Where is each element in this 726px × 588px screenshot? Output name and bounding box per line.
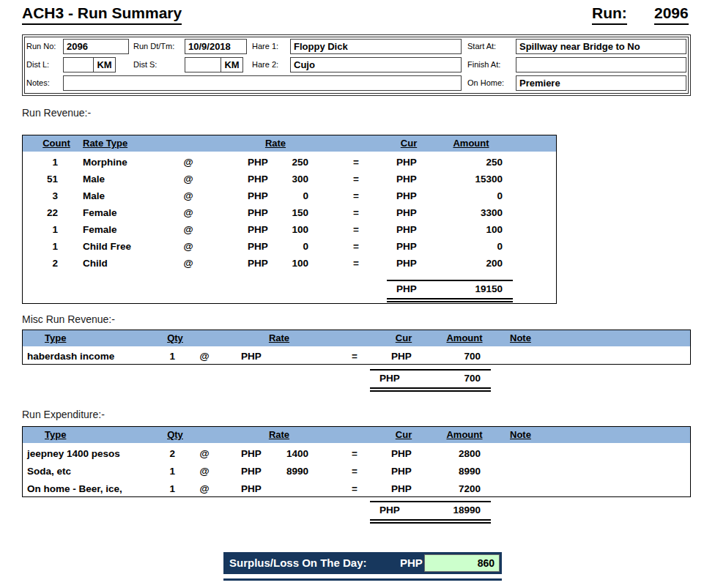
rate-cell: 8990 <box>270 463 308 480</box>
at-symbol: @ <box>193 445 215 463</box>
equals-symbol: = <box>347 187 365 204</box>
col-header-qty: Qty <box>158 330 192 346</box>
revenue-total: PHP 19150 <box>387 280 513 302</box>
notes-field[interactable] <box>63 75 462 91</box>
misc-section-label: Misc Run Revenue:- <box>22 313 115 325</box>
at-symbol: @ <box>174 238 203 255</box>
count-cell: 2 <box>23 255 58 272</box>
table-row: jeepney 1400 pesos 2 @ PHP 1400 = PHP 28… <box>23 445 690 463</box>
misc-revenue-table: Type Qty Rate Cur Amount Note haberdash … <box>22 330 691 365</box>
misc-table-header: Type Qty Rate Cur Amount Note <box>23 330 690 346</box>
revenue-section-label: Run Revenue:- <box>22 107 91 119</box>
equals-symbol: = <box>347 204 365 221</box>
currency-cell: PHP <box>248 187 268 204</box>
revenue-total-amount: 19150 <box>475 281 503 297</box>
currency-cell: PHP <box>241 463 262 480</box>
col-header-cur: Cur <box>391 135 426 152</box>
dist-l-km-unit: KM <box>93 57 116 72</box>
total-currency: PHP <box>379 502 400 518</box>
col-header-cur: Cur <box>386 330 421 346</box>
col-header-qty: Qty <box>158 427 192 443</box>
finish-at-label: Finish At: <box>467 60 500 69</box>
rate-cell: 0 <box>273 187 308 204</box>
col-header-cur: Cur <box>386 427 421 443</box>
currency-cell: PHP <box>248 255 268 272</box>
col-header-rate-type: Rate Type <box>83 135 127 152</box>
dist-s-field[interactable] <box>185 57 221 72</box>
at-symbol: @ <box>174 255 203 272</box>
hare1-label: Hare 1: <box>252 42 278 51</box>
on-home-label: On Home: <box>467 78 504 87</box>
currency-cell: PHP <box>396 187 417 204</box>
type-cell: Soda, etc <box>27 463 159 480</box>
qty-cell: 1 <box>141 463 175 480</box>
table-row: Soda, etc 1 @ PHP 8990 = PHP 8990 <box>23 463 690 480</box>
equals-symbol: = <box>347 154 365 171</box>
rate-cell: 100 <box>273 221 308 238</box>
amount-cell: 700 <box>421 349 481 365</box>
rate-cell: 1400 <box>270 445 308 463</box>
expenditure-section-label: Run Expenditure:- <box>22 409 105 420</box>
start-at-field[interactable]: Spillway near Bridge to No <box>516 39 686 54</box>
currency-cell: PHP <box>248 154 268 171</box>
at-symbol: @ <box>193 480 215 498</box>
amount-cell: 0 <box>428 238 503 255</box>
run-dt-field[interactable]: 10/9/2018 <box>185 39 247 54</box>
equals-symbol: = <box>346 480 363 498</box>
run-number-value: 2096 <box>654 4 689 25</box>
at-symbol: @ <box>174 187 203 204</box>
hare2-field[interactable]: Cujo <box>290 57 462 72</box>
qty-cell: 1 <box>141 349 175 365</box>
rate-cell: 0 <box>273 238 308 255</box>
rate-cell: 150 <box>273 204 308 221</box>
amount-cell: 250 <box>428 154 503 171</box>
amount-cell: 100 <box>428 221 503 238</box>
dist-l-field[interactable] <box>63 57 94 72</box>
misc-total-amount: 700 <box>464 371 481 387</box>
revenue-rows: 1 Morphine @ PHP 250 = PHP 250 51 Male @… <box>23 154 556 272</box>
at-symbol: @ <box>193 349 215 365</box>
dist-s-km-unit: KM <box>221 57 243 72</box>
count-cell: 1 <box>23 221 58 238</box>
page-title: ACH3 - Run Summary <box>22 4 182 25</box>
equals-symbol: = <box>347 238 365 255</box>
currency-cell: PHP <box>396 171 417 187</box>
col-header-rate: Rate <box>253 427 305 443</box>
count-cell: 1 <box>23 238 58 255</box>
expenditure-total-amount: 18990 <box>453 502 481 518</box>
finish-at-field[interactable] <box>516 57 686 72</box>
table-row: haberdash income 1 @ PHP = PHP 700 <box>23 349 690 365</box>
at-symbol: @ <box>193 463 215 480</box>
type-cell: On home - Beer, ice, <box>27 480 159 498</box>
col-header-type: Type <box>45 330 66 346</box>
rate-cell: 250 <box>273 154 308 171</box>
dist-l-label: Dist L: <box>26 60 49 69</box>
at-symbol: @ <box>174 154 203 171</box>
amount-cell: 7200 <box>421 480 481 498</box>
amount-cell: 0 <box>428 187 503 204</box>
qty-cell: 1 <box>141 480 175 498</box>
expenditure-table: Type Qty Rate Cur Amount Note jeepney 14… <box>22 426 691 497</box>
currency-cell: PHP <box>396 221 417 238</box>
amount-cell: 2800 <box>421 445 481 463</box>
col-header-count: Count <box>34 135 78 152</box>
total-double-rule <box>387 298 513 302</box>
dist-s-label: Dist S: <box>133 60 157 69</box>
table-row: 1 Female @ PHP 100 = PHP 100 <box>23 221 556 238</box>
revenue-table-header: Count Rate Type Rate Cur Amount <box>23 135 556 152</box>
on-home-field[interactable]: Premiere <box>516 75 686 91</box>
currency-cell: PHP <box>391 445 412 463</box>
col-header-note: Note <box>510 427 531 443</box>
equals-symbol: = <box>347 171 365 187</box>
table-row: 3 Male @ PHP 0 = PHP 0 <box>23 187 556 204</box>
currency-cell: PHP <box>396 238 417 255</box>
run-no-field[interactable]: 2096 <box>63 39 129 54</box>
at-symbol: @ <box>174 221 203 238</box>
col-header-type: Type <box>45 427 66 443</box>
amount-cell: 3300 <box>428 204 503 221</box>
currency-cell: PHP <box>391 480 412 498</box>
hare1-field[interactable]: Floppy Dick <box>290 39 462 54</box>
table-row: 51 Male @ PHP 300 = PHP 15300 <box>23 171 556 187</box>
total-currency: PHP <box>396 281 417 297</box>
currency-cell: PHP <box>391 349 412 365</box>
